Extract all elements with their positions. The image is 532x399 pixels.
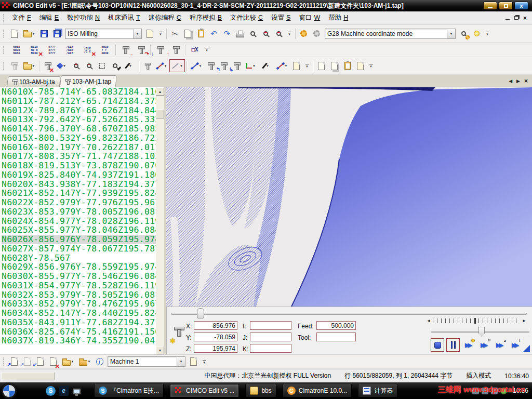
menu-settings[interactable]: 设置S	[267, 11, 295, 24]
mdi-restore-button[interactable]	[514, 16, 518, 20]
copy-window-button[interactable]	[328, 59, 341, 72]
toolbar-overflow[interactable]: ▾	[157, 32, 164, 35]
progress-slider-thumb[interactable]	[197, 308, 204, 318]
code-line[interactable]: N6035X-843.911Y-77.682Z194.371	[2, 318, 156, 327]
code-line[interactable]: N6025X-855.977Y-78.046Z196.084	[2, 225, 156, 235]
zoom-in-button[interactable]: +	[259, 27, 272, 40]
send-stop-button[interactable]: ↗	[21, 355, 34, 368]
paste-button[interactable]	[194, 27, 207, 40]
speed-slider-thumb[interactable]	[478, 327, 485, 337]
print-button[interactable]	[233, 27, 246, 40]
task-cimatrone-10[interactable]: C CimatronE 10.0...	[283, 384, 352, 397]
code-line[interactable]: N6021X-852.147Y-77.939Z195.824	[2, 189, 156, 198]
save-button[interactable]	[37, 27, 50, 40]
undo-button[interactable]: ↶	[207, 27, 220, 40]
zoom-window-button[interactable]	[96, 59, 109, 72]
step-search-button[interactable]: ▶▶	[477, 338, 491, 352]
stop-button[interactable]	[431, 338, 444, 352]
tool-store-button[interactable]: ↳	[230, 59, 243, 72]
tab-103-am-bj[interactable]: 103-AM-bj.ta	[7, 76, 61, 87]
help-button[interactable]	[470, 27, 483, 40]
sim-zoom-out-button[interactable]: −	[83, 59, 96, 72]
toolbar-overflow[interactable]: ▾	[201, 360, 207, 364]
mdi-minimize-button[interactable]	[506, 19, 510, 20]
backplot-view[interactable]	[166, 87, 532, 307]
code-line[interactable]: N6017X-808.357Y-71.747Z188.103	[2, 152, 156, 161]
code-line[interactable]: N6018X-819.513Y-73.878Z190.070	[2, 161, 156, 170]
machine-mode-dropdown-button[interactable]: ▼	[447, 29, 455, 38]
file-type-dropdown-button[interactable]: ▼	[133, 29, 141, 38]
toolbar-grip[interactable]	[3, 357, 6, 366]
save-all-button[interactable]	[50, 27, 63, 40]
code-line[interactable]: N6034X-852.147Y-78.440Z195.824	[2, 309, 156, 318]
code-line[interactable]: N6027X-857.974Y-78.067Z195.787	[2, 244, 156, 254]
global-setup-button[interactable]	[297, 27, 310, 40]
stop-simulation-button[interactable]: ✕	[41, 59, 54, 72]
code-line[interactable]: N6031X-854.977Y-78.528Z196.119	[2, 281, 156, 290]
tool-display-button[interactable]	[204, 59, 217, 72]
step-toolchange-button[interactable]: ▶▶⊤	[509, 338, 522, 352]
tool-down-button[interactable]: ↓	[152, 43, 168, 56]
toolbar-overflow[interactable]: ▾	[304, 64, 310, 68]
scrollbar-thumb[interactable]	[156, 109, 164, 118]
delete-block-button[interactable]: □X	[187, 43, 203, 56]
speed-increase-arrow[interactable]: ►	[522, 318, 526, 323]
menu-mini-programming[interactable]: 迷你编程C	[144, 11, 185, 24]
code-line[interactable]: N6032X-853.979Y-78.505Z196.081	[2, 290, 156, 300]
progress-slider[interactable]	[171, 313, 527, 315]
code-line[interactable]: N6028Y-78.567	[2, 254, 156, 263]
clamp-button[interactable]	[141, 59, 154, 72]
maximize-button[interactable]	[499, 2, 513, 10]
code-line[interactable]: N6016X-802.197Y-70.262Z187.017	[2, 143, 156, 152]
k-field[interactable]	[250, 344, 291, 353]
toolbar-grip[interactable]	[3, 14, 6, 22]
speed-decrease-arrow[interactable]: ◄	[427, 318, 431, 323]
remove-line-numbers-icon[interactable]: N010N0 0N030 ✕	[25, 43, 43, 56]
code-line[interactable]: N6012X-789.876Y-66.626Z184.844	[2, 106, 156, 115]
axes-button[interactable]: ▼	[243, 59, 259, 72]
dnc-queue-button[interactable]: ▼	[76, 355, 93, 368]
toolbar-overflow[interactable]: ▾	[286, 32, 292, 35]
task-bbs[interactable]: bbs	[245, 384, 276, 397]
machine-dropdown-button[interactable]: ▼	[177, 357, 185, 366]
close-button[interactable]: x	[514, 2, 528, 10]
machine-properties-button[interactable]	[187, 355, 200, 368]
toolbar-overflow[interactable]: ▾	[484, 32, 490, 35]
feed-field[interactable]: 500.000	[316, 321, 356, 330]
menu-file[interactable]: 文件F	[8, 11, 35, 24]
file-properties-button[interactable]	[143, 27, 156, 40]
menu-machine-comm[interactable]: 机床通讯T	[104, 11, 144, 24]
code-line[interactable]: N6019X-825.840Y-74.937Z191.186	[2, 170, 156, 180]
step-z-button[interactable]: ▶▶z	[493, 338, 507, 352]
open-toolpath-button[interactable]: ▼	[21, 59, 37, 72]
pause-button[interactable]	[446, 338, 460, 352]
speed-scale[interactable]	[433, 318, 520, 323]
tray-antivirus-icon[interactable]	[500, 388, 507, 394]
goto-line-icon[interactable]: N010↑ ↑N030	[96, 43, 114, 56]
toolbar-grip[interactable]	[3, 46, 6, 54]
tray-icon[interactable]	[472, 388, 479, 394]
code-line[interactable]: N6033X-852.979Y-78.476Z195.967	[2, 299, 156, 309]
toolbar-grip[interactable]	[3, 62, 6, 70]
step-forward-button[interactable]: ▶▶	[462, 338, 475, 352]
code-line[interactable]: N6022X-852.979Y-77.976Z195.967	[2, 198, 156, 207]
resize-grip[interactable]	[523, 345, 530, 352]
code-line[interactable]: N6037X-819.346Y-74.355Z190.041	[2, 336, 156, 345]
scroll-up-button[interactable]: ▲	[156, 87, 164, 96]
start-button[interactable]	[2, 383, 17, 398]
code-line[interactable]: N6010X-785.714Y-65.083Z184.110	[2, 87, 156, 97]
task-cimatron-e[interactable]: S 『Cimatron E技...	[94, 384, 164, 397]
backplot-button[interactable]	[8, 59, 21, 72]
z-field[interactable]: 195.974	[194, 344, 237, 353]
menu-simulation[interactable]: 程序模拟B	[185, 11, 226, 24]
image-properties-button[interactable]	[354, 59, 367, 72]
task-calculator[interactable]: 计算器	[358, 384, 397, 397]
tool-field[interactable]	[316, 332, 356, 341]
code-line[interactable]: N6023X-853.979Y-78.005Z196.081	[2, 207, 156, 217]
gcode-editor[interactable]: N6010X-785.714Y-65.083Z184.110 N6011X-78…	[0, 87, 156, 354]
receive-file-button[interactable]: ↙	[34, 355, 47, 368]
tab-scroll-left-button[interactable]: ◀	[509, 78, 512, 84]
line-select-button[interactable]: ▼	[154, 59, 169, 72]
zoom-out-button[interactable]: −	[272, 27, 285, 40]
copy-image-button[interactable]	[315, 59, 328, 72]
